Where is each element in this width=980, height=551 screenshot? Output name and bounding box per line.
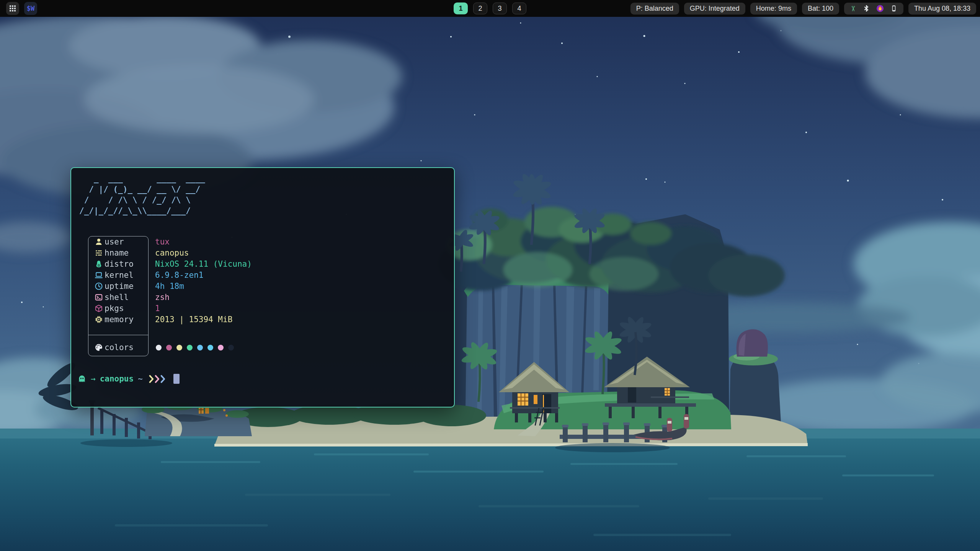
prompt-chevron-icon	[160, 375, 165, 383]
phone-icon[interactable]	[890, 5, 897, 12]
gpu-module[interactable]: GPU: Integrated	[684, 3, 745, 15]
flameshot-icon[interactable]	[876, 5, 884, 12]
terminal-icon	[93, 293, 105, 302]
fetch-label: shell	[105, 293, 148, 302]
fetch-value: 4h 18m	[148, 282, 184, 291]
fetch-label: distro	[105, 259, 148, 269]
ghost-icon	[77, 374, 87, 383]
workspace-button-2[interactable]: 2	[473, 3, 487, 15]
fetch-row-pkgs: pkgs 1	[88, 303, 433, 314]
fetch-row-user: user tux	[88, 236, 433, 247]
fetch-value: tux	[148, 237, 170, 246]
fetch-value: NixOS 24.11 (Vicuna)	[148, 259, 252, 269]
fetch-label: memory	[105, 315, 148, 324]
fetch-label: pkgs	[105, 304, 148, 313]
ascii-logo: _ ___ ____ ____ / |/ (_)_ __/ __ \/ __/ …	[79, 173, 205, 216]
palette-icon	[93, 343, 105, 352]
chip-icon	[93, 315, 105, 324]
prompt-arrow: →	[91, 374, 96, 383]
wm-logo-button[interactable]: $W	[24, 2, 37, 15]
network-latency-module[interactable]: Home: 9ms	[750, 3, 797, 15]
workspace-button-1[interactable]: 1	[454, 3, 468, 15]
clock-module[interactable]: Thu Aug 08, 18:33	[908, 3, 976, 15]
fetch-row-shell: shell zsh	[88, 292, 433, 303]
fetch-row-colors: colors	[88, 339, 356, 356]
scissors-icon[interactable]: ✂	[849, 5, 857, 11]
bar-left: $W	[6, 2, 37, 15]
fetch-label: colors	[105, 343, 148, 352]
laptop-icon	[93, 271, 105, 279]
color-dot	[187, 345, 193, 350]
penguin-icon	[93, 260, 105, 268]
workspace-switcher: 1 2 3 4	[454, 3, 526, 15]
color-dots	[156, 345, 234, 350]
list-icon	[93, 249, 105, 257]
color-dot	[166, 345, 172, 350]
color-dot	[156, 345, 162, 350]
fetch-label: uptime	[105, 282, 148, 291]
fetch-row-uptime: uptime 4h 18m	[88, 280, 433, 292]
power-profile-module[interactable]: P: Balanced	[630, 3, 679, 15]
prompt-chevron-icon	[149, 375, 154, 383]
prompt-line[interactable]: → canopus ~	[77, 373, 180, 385]
workspace-button-4[interactable]: 4	[512, 3, 526, 15]
prompt-chevrons	[149, 375, 165, 383]
bluetooth-icon[interactable]	[863, 5, 870, 12]
bar-right: P: Balanced GPU: Integrated Home: 9ms Ba…	[630, 3, 976, 15]
fetch-label: user	[105, 237, 148, 246]
workspace-button-3[interactable]: 3	[493, 3, 507, 15]
top-bar: $W 1 2 3 4 P: Balanced GPU: Integrated H…	[0, 0, 980, 17]
battery-module[interactable]: Bat: 100	[802, 3, 839, 15]
fetch-info-table: user tux hname canopus distro NixOS 24.1…	[88, 236, 433, 356]
fetch-row-memory: memory 2013 | 15394 MiB	[88, 314, 433, 325]
fetch-value: 6.9.8-zen1	[148, 271, 203, 280]
prompt-chevron-icon	[154, 375, 160, 383]
fetch-row-distro: distro NixOS 24.11 (Vicuna)	[88, 258, 433, 269]
prompt-cwd: ~	[138, 374, 143, 383]
fetch-value: 1	[148, 304, 160, 313]
fetch-value: canopus	[148, 248, 189, 258]
fetch-value: zsh	[148, 293, 170, 302]
fetch-row-hname: hname canopus	[88, 247, 433, 258]
system-tray: ✂	[844, 3, 903, 15]
clock-icon	[93, 282, 105, 290]
color-dot	[218, 345, 224, 350]
color-dot	[176, 345, 182, 350]
color-dot	[197, 345, 203, 350]
fetch-value: 2013 | 15394 MiB	[148, 315, 232, 324]
app-launcher-button[interactable]	[6, 2, 19, 15]
fetch-separator	[88, 335, 149, 335]
fetch-row-kernel: kernel 6.9.8-zen1	[88, 269, 433, 280]
fetch-label: kernel	[105, 271, 148, 280]
color-dot	[207, 345, 213, 350]
color-dot	[228, 345, 234, 350]
package-icon	[93, 304, 105, 313]
prompt-hostname: canopus	[100, 374, 134, 383]
apps-grid-icon	[9, 5, 16, 12]
text-cursor	[173, 374, 180, 384]
user-icon	[93, 238, 105, 246]
terminal-window[interactable]: _ ___ ____ ____ / |/ (_)_ __/ __ \/ __/ …	[70, 167, 455, 408]
fetch-label: hname	[105, 248, 148, 258]
